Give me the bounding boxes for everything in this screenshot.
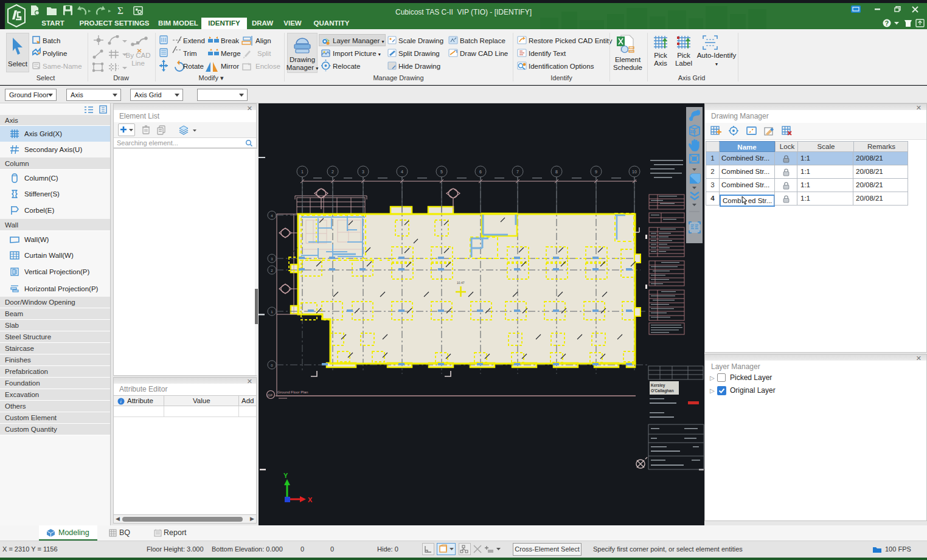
svg-text:Ground Floor Plan: Ground Floor Plan xyxy=(277,390,308,394)
svg-text:Kersley: Kersley xyxy=(651,383,665,388)
svg-text:5: 5 xyxy=(440,170,443,174)
svg-text:10.47: 10.47 xyxy=(457,281,465,285)
svg-text:10: 10 xyxy=(632,170,637,174)
svg-text:1: 1 xyxy=(271,310,273,314)
svg-text:2: 2 xyxy=(332,170,334,174)
svg-text:9: 9 xyxy=(595,170,597,174)
svg-text:8: 8 xyxy=(555,170,558,174)
svg-text:2: 2 xyxy=(271,269,273,272)
svg-text:4: 4 xyxy=(401,170,403,174)
svg-text:0: 0 xyxy=(271,364,273,367)
svg-text:O'Callaghan: O'Callaghan xyxy=(651,389,674,393)
svg-text:4: 4 xyxy=(271,214,273,218)
svg-text:3: 3 xyxy=(271,257,273,261)
svg-text:3: 3 xyxy=(362,170,364,174)
svg-text:GF: GF xyxy=(268,393,273,397)
svg-text:Y: Y xyxy=(283,472,288,479)
svg-text:6: 6 xyxy=(479,170,482,174)
svg-text:3D: 3D xyxy=(690,130,696,134)
svg-text:?: ? xyxy=(885,19,889,27)
svg-text:1: 1 xyxy=(301,170,304,174)
svg-text:X: X xyxy=(308,496,313,503)
svg-text:7: 7 xyxy=(516,170,519,174)
